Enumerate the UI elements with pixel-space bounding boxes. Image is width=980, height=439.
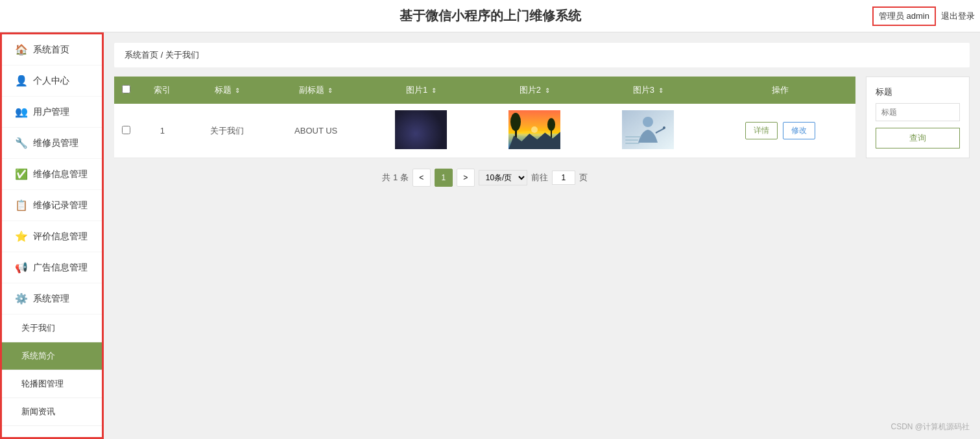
td-checkbox [114,104,137,158]
sidebar-item-dashboard[interactable]: 🏠 系统首页 [2,34,102,65]
sidebar-item-label: 维修记录管理 [33,200,88,211]
page-size-select[interactable]: 10条/页 20条/页 50条/页 [479,170,527,185]
check-icon: ✅ [15,168,28,180]
clipboard-icon: 📋 [15,199,28,211]
pagination-next[interactable]: > [457,169,475,187]
right-panel: 标题 查询 [866,77,970,158]
layout: 🏠 系统首页 👤 个人中心 👥 用户管理 🔧 维修员管理 ✅ 维修信息管理 📋 … [0,32,980,439]
home-icon: 🏠 [15,43,28,56]
svg-point-1 [408,117,434,143]
svg-rect-0 [395,110,447,149]
data-table: 索引 标题 ⇕ 副标题 ⇕ 图片1 [114,77,855,158]
svg-rect-27 [625,143,639,144]
table-image3 [622,110,674,149]
title-search-input[interactable] [876,103,960,121]
td-actions: 详情 修改 [705,104,855,158]
sidebar-item-label: 评价信息管理 [33,231,88,243]
sidebar-sub-label: 轮播图管理 [21,379,64,388]
wrench-icon: 🔧 [15,137,28,149]
table-image1 [395,110,447,149]
select-all-checkbox[interactable] [122,85,130,93]
sidebar-item-label: 系统首页 [33,44,69,56]
sidebar-sub-label: 新闻资讯 [21,407,55,416]
query-button[interactable]: 查询 [876,128,960,148]
sidebar-item-evaluation[interactable]: ⭐ 评价信息管理 [2,221,102,252]
td-image2 [478,104,592,158]
table-section: 索引 标题 ⇕ 副标题 ⇕ 图片1 [114,77,855,187]
sidebar-sub-news[interactable]: 新闻资讯 [2,398,102,426]
sidebar-item-label: 广告信息管理 [33,262,88,274]
panel-label: 标题 [876,86,960,98]
sidebar-item-repairmen[interactable]: 🔧 维修员管理 [2,128,102,159]
sidebar-item-profile[interactable]: 👤 个人中心 [2,65,102,97]
sort-icon-image3: ⇕ [658,87,663,94]
sidebar-sub-label: 系统简介 [21,351,55,361]
gear-icon: ⚙️ [15,292,28,305]
edit-button[interactable]: 修改 [783,122,815,139]
svg-point-22 [643,117,653,127]
sidebar-item-label: 个人中心 [33,75,69,87]
logout-button[interactable]: 退出登录 [936,8,980,25]
breadcrumb-home[interactable]: 系统首页 [125,50,158,60]
admin-label: 管理员 admin [872,6,936,26]
td-title: 关于我们 [187,104,267,158]
svg-point-19 [547,118,555,131]
sort-icon-image1: ⇕ [431,87,436,94]
th-actions: 操作 [705,77,855,104]
th-index: 索引 [137,77,187,104]
th-image2[interactable]: 图片2 ⇕ [478,77,592,104]
sidebar-sub-label: 关于我们 [21,323,55,333]
detail-button[interactable]: 详情 [745,122,778,139]
th-image1[interactable]: 图片1 ⇕ [365,77,478,104]
th-title[interactable]: 标题 ⇕ [187,77,267,104]
pagination-goto-label: 前往 [531,172,548,184]
td-subtitle: ABOUT US [267,104,365,158]
svg-rect-25 [625,136,641,137]
svg-point-24 [663,126,665,129]
sidebar-item-ads[interactable]: 📢 广告信息管理 [2,252,102,283]
sidebar-item-repair-info[interactable]: ✅ 维修信息管理 [2,159,102,190]
td-image3 [592,104,705,158]
sidebar: 🏠 系统首页 👤 个人中心 👥 用户管理 🔧 维修员管理 ✅ 维修信息管理 📋 … [0,32,104,439]
megaphone-icon: 📢 [15,261,28,274]
svg-point-2 [413,122,429,137]
sidebar-sub-carousel[interactable]: 轮播图管理 [2,370,102,398]
sidebar-item-repair-records[interactable]: 📋 维修记录管理 [2,190,102,221]
users-icon: 👥 [15,106,28,118]
th-subtitle[interactable]: 副标题 ⇕ [267,77,365,104]
pagination-goto-input[interactable] [552,171,575,185]
th-image3[interactable]: 图片3 ⇕ [592,77,705,104]
sidebar-item-label: 维修员管理 [33,137,78,149]
pagination-page-1[interactable]: 1 [435,169,453,187]
table-header-row: 索引 标题 ⇕ 副标题 ⇕ 图片1 [114,77,855,104]
svg-point-9 [407,135,409,137]
sidebar-item-label: 用户管理 [33,106,69,118]
svg-point-17 [510,113,521,131]
svg-point-12 [411,125,431,141]
sort-icon-image2: ⇕ [545,87,550,94]
row-checkbox[interactable] [122,126,130,134]
table-image2 [508,110,560,149]
breadcrumb-current: 关于我们 [165,50,199,60]
person-icon: 👤 [15,75,28,87]
table-row: 1 关于我们 ABOUT US [114,104,855,158]
main-content: 系统首页 / 关于我们 索引 [104,32,980,439]
breadcrumb: 系统首页 / 关于我们 [114,43,970,67]
svg-point-20 [531,126,538,133]
pagination-prev[interactable]: < [412,169,431,187]
sidebar-sub-system-intro[interactable]: 系统简介 [2,342,102,370]
header-title: 基于微信小程序的上门维修系统 [400,7,581,25]
sidebar-item-label: 系统管理 [33,293,69,305]
td-index: 1 [137,104,187,158]
svg-point-11 [419,128,423,132]
sidebar-item-label: 维修信息管理 [33,169,88,180]
svg-point-8 [433,122,435,125]
sort-icon-title: ⇕ [235,87,240,94]
sidebar-item-users[interactable]: 👥 用户管理 [2,97,102,128]
sort-icon-subtitle: ⇕ [328,87,333,94]
td-image1 [365,104,478,158]
sidebar-item-system[interactable]: ⚙️ 系统管理 [2,283,102,314]
pagination: 共 1 条 < 1 > 10条/页 20条/页 50条/页 前往 页 [114,169,855,187]
sidebar-sub-about-us[interactable]: 关于我们 [2,314,102,342]
svg-point-7 [407,122,409,125]
